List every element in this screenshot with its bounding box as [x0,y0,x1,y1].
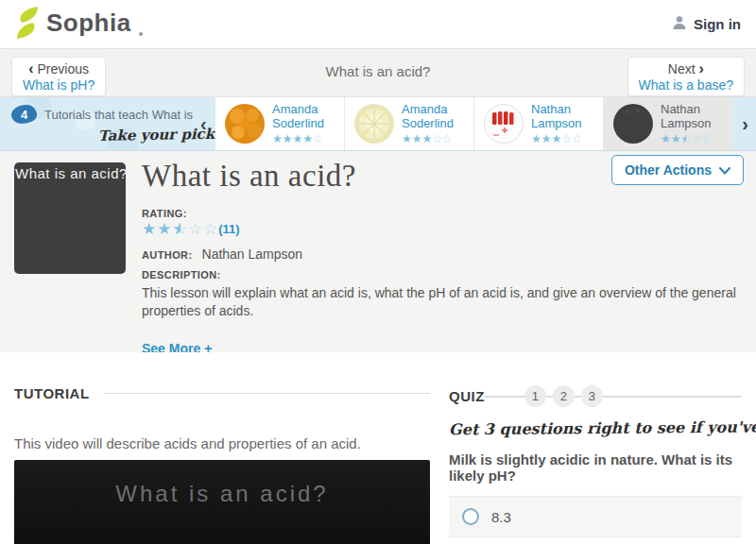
top-header: Sophia Sign in [0,0,756,49]
next-lesson-title: What is a base? [639,77,733,93]
other-actions-label: Other Actions [625,162,712,178]
divider [546,396,553,398]
brand-name: Sophia [46,7,131,39]
lesson-hero: What is an acid? What is an acid? RATING… [0,151,756,352]
carousel-tagline: Take your pick: [98,126,197,144]
tutorials-carousel: 4 Tutorials that teach What is an a Take… [0,97,756,151]
carousel-cards: Amanda Soderlind ★★★★☆ Amanda Soderlind … [215,97,730,150]
tutor-card-1[interactable]: Amanda Soderlind ★★★★☆ [215,97,345,150]
thumbnail-title: What is an acid? [14,162,126,181]
lesson-video-thumbnail[interactable]: What is an acid? [14,162,126,274]
oranges-thumbnail-icon [225,104,265,144]
carousel-scroll-right-icon[interactable]: › [742,110,748,137]
sophia-logo[interactable]: Sophia [15,7,143,42]
lemon-thumbnail-icon [354,104,394,144]
star-rating: ★★★★☆ [272,133,338,144]
answer-option-label: 8.3 [491,509,511,525]
tutorial-intro: This video will describe acids and prope… [14,435,430,451]
sophia-leaf-icon [15,7,40,42]
rating-label: RATING: [142,208,745,219]
chevron-down-icon [719,162,730,178]
star-rating: ★★★☆☆ [402,133,468,144]
divider [485,396,524,398]
red-bars-thumbnail-icon [484,104,524,144]
description-label: DESCRIPTION: [142,269,745,280]
brand-dot [139,32,143,36]
divider [575,396,581,398]
quiz-question: Milk is slightly acidic in nature. What … [449,451,742,484]
quiz-step-3: 3 [581,385,603,407]
author-name: Nathan Lampson [202,246,303,262]
tutorial-section: TUTORIAL This video will describe acids … [14,385,430,544]
tutor-card-2[interactable]: Amanda Soderlind ★★★☆☆ [345,97,474,150]
user-icon [672,15,687,34]
lesson-star-rating: ★★☆★☆☆ [142,221,218,237]
quiz-step-1: 1 [524,385,546,407]
dark-circle-thumbnail-icon [613,104,653,144]
next-label: Next [668,61,696,76]
tutor-name: Nathan Lampson [661,103,727,131]
sign-in-label: Sign in [694,16,741,32]
divider [103,393,430,394]
divider [603,396,742,398]
quiz-step-2: 2 [553,385,575,407]
next-button[interactable]: Next › What is a base? [627,57,745,96]
lesson-navbar: ‹ Previous What is pH? What is an acid? … [0,49,756,97]
author-label: AUTHOR: [142,249,193,261]
quiz-section: QUIZ 1 2 3 Get 3 questions right to see … [449,385,742,544]
quiz-progress: QUIZ 1 2 3 [449,385,742,407]
carousel-info: 4 Tutorials that teach What is an a Take… [11,105,197,144]
carousel-heading: Tutorials that teach What is an a [44,108,194,122]
tutor-name: Amanda Soderlind [402,103,468,131]
carousel-scroll-left-icon[interactable]: ‹ [200,110,207,137]
tutorial-count-badge: 4 [11,105,37,124]
quiz-heading: QUIZ [449,388,485,404]
description-text: This lesson will explain what an acid is… [142,284,745,320]
quiz-answer-option[interactable]: 8.3 [449,496,742,537]
star-rating: ★★☆★☆☆ [661,133,727,144]
radio-button-icon[interactable] [462,508,479,525]
chevron-right-icon: › [698,60,703,76]
other-actions-button[interactable]: Other Actions [611,155,744,185]
video-player[interactable]: What is an acid? [14,460,430,544]
tutor-name: Amanda Soderlind [272,103,338,131]
lower-content: TUTORIAL This video will describe acids … [0,352,756,544]
rating-count-link[interactable]: (11) [218,222,239,236]
tutor-name: Nathan Lampson [531,103,597,131]
tutor-card-4-selected[interactable]: Nathan Lampson ★★☆★☆☆ [604,97,733,150]
star-rating: ★★★☆☆ [531,133,597,144]
sign-in-button[interactable]: Sign in [672,15,741,34]
quiz-tagline: Get 3 questions right to see if you've g… [449,418,742,439]
page: Sophia Sign in ‹ Previous What is pH? Wh… [0,0,756,544]
tutorial-heading: TUTORIAL [14,385,90,401]
tutor-card-3[interactable]: Nathan Lampson ★★★☆☆ [474,97,604,150]
video-title: What is an acid? [115,481,328,507]
